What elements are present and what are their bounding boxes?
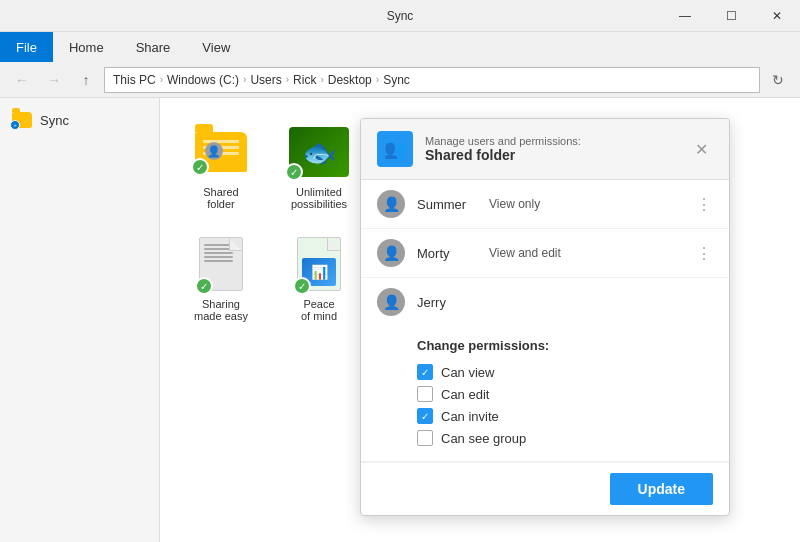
unlimited-icon-container: 🐟 ✓ [289,122,349,182]
green-check-unlimited: ✓ [285,163,303,181]
file-item-sharing[interactable]: ✓ Sharingmade easy [176,226,266,330]
perm-row-can-invite: Can invite [417,405,713,427]
perm-row-can-see-group: Can see group [417,427,713,449]
close-button[interactable]: ✕ [754,0,800,32]
user-name-jerry: Jerry [417,295,477,310]
permissions-title: Change permissions: [417,338,713,353]
panel-header-text: Manage users and permissions: Shared fol… [425,135,581,163]
file-item-peace[interactable]: 📊 ✓ Peaceof mind [274,226,364,330]
fish-emoji: 🐟 [294,132,344,172]
perm-label-can-edit: Can edit [441,387,489,402]
forward-button[interactable]: → [40,67,68,93]
user-menu-summer[interactable]: ⋮ [696,195,713,214]
menu-tab-home[interactable]: Home [53,32,120,62]
user-permission-summer: View only [489,197,540,211]
person-badge-icon: 👤 [205,142,223,160]
green-check-peace: ✓ [293,277,311,295]
title-bar: Sync — ☐ ✕ [0,0,800,32]
menu-tab-view[interactable]: View [186,32,246,62]
sidebar-item-sync[interactable]: + Sync [0,106,159,134]
menu-tab-file[interactable]: File [0,32,53,62]
address-input[interactable]: This PC › Windows (C:) › Users › Rick › … [104,67,760,93]
file-label-peace: Peaceof mind [301,298,337,322]
peace-icon-container: 📊 ✓ [289,234,349,294]
avatar-jerry: 👤 [377,288,405,316]
permissions-section: Change permissions: Can view Can edit [361,326,729,461]
up-button[interactable]: ↑ [72,67,100,93]
user-menu-morty[interactable]: ⋮ [696,244,713,263]
perm-label-can-see-group: Can see group [441,431,526,446]
sync-badge-icon: + [10,120,20,130]
perm-label-can-invite: Can invite [441,409,499,424]
user-row-jerry: 👤 Jerry [361,278,729,326]
window-title: Sync [387,9,414,23]
back-button[interactable]: ← [8,67,36,93]
perm-row-can-view: Can view [417,361,713,383]
green-check-sharing: ✓ [195,277,213,295]
menu-bar: File Home Share View [0,32,800,62]
content-area: ✓ 👤 Sharedfolder 🐟 ✓ Unlimitedpossib [160,98,800,542]
main-layout: + Sync ✓ [0,98,800,542]
menu-tab-share[interactable]: Share [120,32,187,62]
jerry-section: 👤 Jerry Change permissions: Can view Can… [361,278,729,462]
sidebar: + Sync [0,98,160,542]
checkbox-can-view[interactable] [417,364,433,380]
user-row-summer: 👤 Summer View only ⋮ [361,180,729,229]
user-name-summer: Summer [417,197,477,212]
user-row-morty: 👤 Morty View and edit ⋮ [361,229,729,278]
checkbox-can-edit[interactable] [417,386,433,402]
panel-header: 👥 Manage users and permissions: Shared f… [361,119,729,180]
refresh-button[interactable]: ↻ [764,67,792,93]
breadcrumb: This PC › Windows (C:) › Users › Rick › … [113,73,410,87]
permission-panel: 👥 Manage users and permissions: Shared f… [360,118,730,516]
panel-title: Shared folder [425,147,581,163]
perm-row-can-edit: Can edit [417,383,713,405]
file-label-unlimited: Unlimitedpossibilities [291,186,347,210]
avatar-morty: 👤 [377,239,405,267]
sharing-icon-container: ✓ [191,234,251,294]
panel-footer: Update [361,462,729,515]
panel-header-icon: 👥 [377,131,413,167]
panel-subtitle: Manage users and permissions: [425,135,581,147]
update-button[interactable]: Update [610,473,713,505]
checkbox-can-invite[interactable] [417,408,433,424]
perm-label-can-view: Can view [441,365,494,380]
minimize-button[interactable]: — [662,0,708,32]
user-permission-morty: View and edit [489,246,561,260]
avatar-summer: 👤 [377,190,405,218]
file-label-shared-folder: Sharedfolder [203,186,238,210]
sidebar-item-label: Sync [40,113,69,128]
green-check-icon: ✓ [191,158,209,176]
file-item-unlimited[interactable]: 🐟 ✓ Unlimitedpossibilities [274,114,364,218]
maximize-button[interactable]: ☐ [708,0,754,32]
checkbox-can-see-group[interactable] [417,430,433,446]
address-bar: ← → ↑ This PC › Windows (C:) › Users › R… [0,62,800,98]
panel-close-button[interactable]: ✕ [689,137,713,161]
file-item-shared-folder[interactable]: ✓ 👤 Sharedfolder [176,114,266,218]
user-name-morty: Morty [417,246,477,261]
window-controls: — ☐ ✕ [662,0,800,32]
file-label-sharing: Sharingmade easy [194,298,248,322]
shared-folder-icon-container: ✓ 👤 [191,122,251,182]
